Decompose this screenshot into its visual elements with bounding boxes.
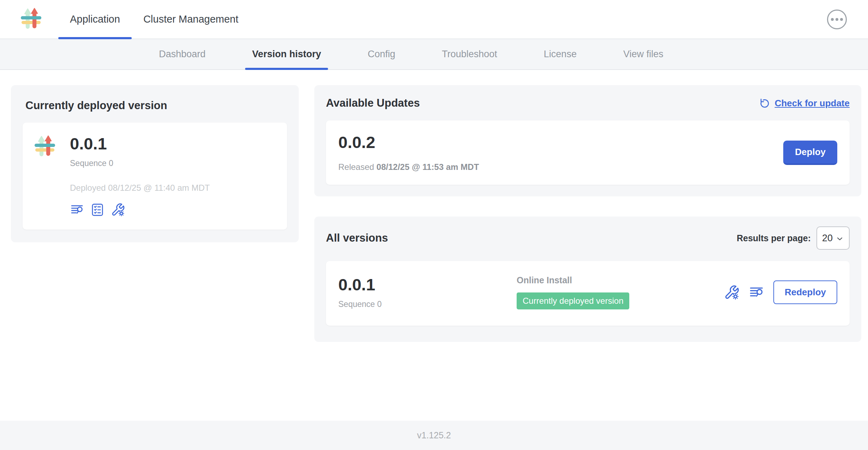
subtab-view-files[interactable]: View files [616,39,671,69]
chevron-down-icon [836,235,844,243]
all-versions-title: All versions [326,232,388,244]
tab-cluster-management-label: Cluster Management [143,13,238,25]
deployed-sequence: Sequence 0 [70,159,210,168]
update-released-timestamp: Released 08/12/25 @ 11:53 am MDT [338,162,479,172]
edit-config-wrench-icon[interactable] [111,203,125,217]
app-footer: v1.125.2 [0,421,868,450]
ellipsis-menu-icon[interactable] [827,10,847,29]
all-versions-header: All versions Results per page: 20 [326,226,850,250]
admin-console: Application Cluster Management Dashboard… [0,0,868,450]
deploy-button[interactable]: Deploy [783,141,837,165]
version-row: 0.0.1 Sequence 0 Online Install Currentl… [326,261,850,326]
subtab-version-history[interactable]: Version history [245,39,328,69]
released-date: 08/12/25 @ 11:53 am MDT [376,162,479,172]
top-header: Application Cluster Management [0,0,868,39]
version-row-actions: Redeploy [724,280,837,304]
row-sequence: Sequence 0 [338,300,517,309]
update-row: 0.0.2 Released 08/12/25 @ 11:53 am MDT D… [326,120,850,185]
subtab-troubleshoot[interactable]: Troubleshoot [435,39,504,69]
tab-application-label: Application [70,13,120,25]
app-subnav: Dashboard Version history Config Trouble… [0,39,868,70]
results-per-page-label: Results per page: [737,233,811,243]
right-column: Available Updates Check for update 0.0.2… [314,85,861,342]
check-for-update-label: Check for update [775,98,850,109]
deployed-version-panel: 0.0.1 Sequence 0 Deployed 08/12/25 @ 11:… [23,123,287,230]
deployed-version-number: 0.0.1 [70,135,210,153]
results-per-page-value: 20 [822,233,833,244]
currently-deployed-card: Currently deployed version 0.0.1 Sequenc… [11,85,299,242]
deployed-actions [70,203,210,217]
subtab-license[interactable]: License [537,39,584,69]
deployed-version-details: 0.0.1 Sequence 0 Deployed 08/12/25 @ 11:… [70,135,210,217]
check-for-update-link[interactable]: Check for update [759,97,850,109]
version-row-status: Online Install Currently deployed versio… [517,275,724,309]
app-logo-icon [33,135,57,159]
subtab-dashboard[interactable]: Dashboard [152,39,213,69]
available-updates-header: Available Updates Check for update [326,95,850,111]
subtab-config[interactable]: Config [361,39,402,69]
redeploy-button[interactable]: Redeploy [773,280,837,304]
refresh-icon [759,97,770,109]
available-updates-card: Available Updates Check for update 0.0.2… [314,85,861,196]
deployed-timestamp: Deployed 08/12/25 @ 11:40 am MDT [70,183,210,193]
main-content: Currently deployed version 0.0.1 Sequenc… [0,70,868,421]
tab-application[interactable]: Application [58,0,132,39]
results-per-page: Results per page: 20 [737,226,850,250]
app-logo-icon [19,7,43,32]
currently-deployed-badge: Currently deployed version [517,292,629,309]
view-logs-icon[interactable] [70,203,84,217]
preflight-checklist-icon[interactable] [90,203,105,217]
currently-deployed-title: Currently deployed version [25,99,284,112]
edit-config-wrench-icon[interactable] [724,285,739,300]
released-prefix: Released [338,162,374,172]
update-version-number: 0.0.2 [338,133,479,152]
results-per-page-select[interactable]: 20 [816,226,850,250]
tab-cluster-management[interactable]: Cluster Management [132,0,250,39]
view-logs-icon[interactable] [749,285,764,300]
version-row-details: 0.0.1 Sequence 0 [338,276,517,309]
all-versions-card: All versions Results per page: 20 0.0 [314,217,861,342]
update-details: 0.0.2 Released 08/12/25 @ 11:53 am MDT [338,133,479,172]
install-type-label: Online Install [517,275,724,285]
available-updates-title: Available Updates [326,97,420,109]
console-version: v1.125.2 [417,430,451,440]
row-version-number: 0.0.1 [338,276,517,294]
